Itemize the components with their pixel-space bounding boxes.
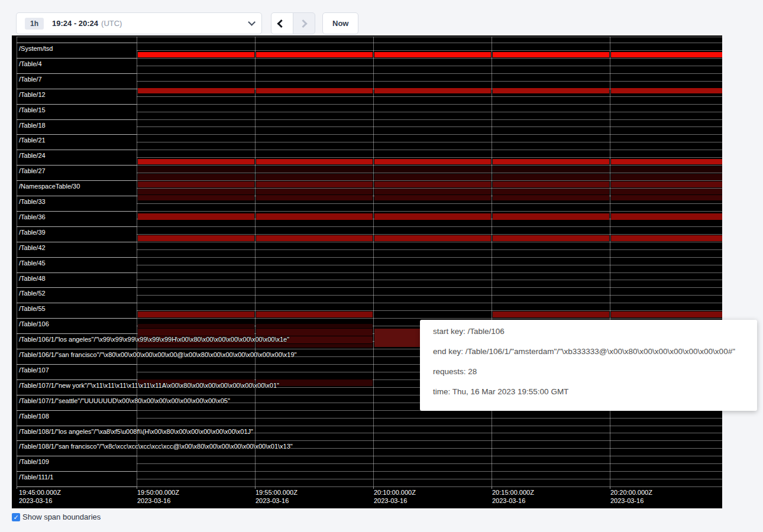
heatmap-band[interactable] [374,213,491,220]
x-axis-tick-time: 20:20:00.000Z [610,488,652,497]
chevron-left-icon [277,19,286,27]
span-boundary-line [137,134,722,135]
heatmap-band[interactable] [493,195,609,200]
heatmap-band[interactable] [374,88,491,93]
heatmap-band[interactable] [138,52,254,57]
time-range-select[interactable]: 1h 19:24 - 20:24 (UTC) [16,12,262,34]
heatmap-band[interactable] [138,213,254,220]
heatmap-band[interactable] [138,88,254,93]
heatmap-band[interactable] [374,174,491,180]
time-gridline [255,37,256,486]
heatmap-band[interactable] [374,52,491,57]
heatmap-band[interactable] [374,159,491,164]
span-boundary-line [17,89,137,89]
row-label: /Table/27 [19,167,46,174]
show-span-boundaries-checkbox[interactable]: ✓ [12,513,20,521]
heatmap-band[interactable] [611,174,722,180]
span-boundary-line [17,119,137,120]
heatmap-band[interactable] [493,181,609,187]
span-boundary-line [17,180,137,181]
heatmap-band[interactable] [138,329,254,336]
span-boundary-line [137,303,722,303]
span-boundary-line [17,73,137,74]
heatmap-band[interactable] [374,195,491,200]
heatmap-band[interactable] [138,195,254,200]
span-boundary-line [17,333,137,334]
heatmap-band[interactable] [611,189,722,194]
heatmap-band[interactable] [374,181,491,187]
span-boundary-line [17,165,137,166]
next-time-button[interactable] [293,12,315,34]
heatmap-band[interactable] [138,324,254,328]
prev-time-button[interactable] [271,12,293,34]
span-boundary-line [137,456,722,456]
heatmap-band[interactable] [256,213,373,220]
heatmap-band[interactable] [493,312,609,317]
heatmap-band[interactable] [256,181,373,187]
heatmap-band[interactable] [256,344,373,348]
heatmap-band[interactable] [493,213,609,220]
heatmap-band[interactable] [138,174,254,180]
heatmap-band[interactable] [138,159,254,164]
span-boundary-line [137,471,722,472]
heatmap-band[interactable] [256,195,373,200]
heatmap-band[interactable] [611,312,722,317]
row-label: /Table/45 [19,259,46,267]
row-label: /Table/108/1/"los angeles"/"\xa8\xf5\u00… [19,428,253,435]
row-label: /Table/108 [19,413,49,420]
heatmap-band[interactable] [493,174,609,180]
row-label: /Table/106/1/"san francisco"/"\x80\x00\x… [19,351,297,358]
span-boundary-line [137,318,722,319]
heatmap-band[interactable] [493,159,609,164]
heatmap-band[interactable] [138,344,254,348]
heatmap-band[interactable] [256,159,373,164]
chevron-right-icon [299,19,308,27]
span-boundary-line [137,486,722,487]
span-boundary-line [137,157,722,158]
heatmap-band[interactable] [611,195,722,200]
heatmap-band[interactable] [256,52,373,57]
span-boundary-line [17,410,137,411]
heatmap-band[interactable] [611,159,722,164]
now-button[interactable]: Now [322,12,358,34]
heatmap-band[interactable] [138,166,254,173]
keyspace-heatmap[interactable]: /System/tsd/Table/4/Table/7/Table/12/Tab… [12,35,722,508]
heatmap-band[interactable] [611,235,722,241]
span-boundary-line [137,265,722,265]
heatmap-band[interactable] [138,235,254,241]
x-axis-tick-date: 2023-03-16 [374,497,416,505]
heatmap-band[interactable] [611,52,722,57]
heatmap-band[interactable] [256,312,373,317]
heatmap-band[interactable] [493,235,609,241]
heatmap-band[interactable] [138,181,254,187]
heatmap-band[interactable] [256,189,373,194]
heatmap-band[interactable] [374,189,491,194]
heatmap-band[interactable] [138,189,254,194]
row-label: /Table/107 [19,366,49,374]
heatmap-band[interactable] [138,312,254,317]
heatmap-band[interactable] [611,166,722,173]
heatmap-band[interactable] [493,166,609,173]
heatmap-band[interactable] [256,174,373,180]
heatmap-band[interactable] [611,181,722,187]
heatmap-band[interactable] [493,52,609,57]
span-boundary-line [17,486,137,487]
heatmap-band[interactable] [611,88,722,93]
heatmap-band[interactable] [256,329,373,336]
heatmap-band[interactable] [374,166,491,173]
span-boundary-line [17,37,722,37]
heatmap-band[interactable] [374,329,420,347]
heatmap-band[interactable] [493,88,609,93]
time-gridline [610,37,610,486]
heatmap-band[interactable] [256,235,373,241]
time-gridline [137,37,137,486]
span-boundary-line [17,456,137,456]
heatmap-band[interactable] [256,88,373,93]
span-boundary-line [137,463,722,464]
heatmap-band[interactable] [493,189,609,194]
heatmap-band[interactable] [611,213,722,220]
show-span-boundaries-label[interactable]: Show span boundaries [22,512,101,521]
heatmap-band[interactable] [374,235,491,241]
heatmap-band[interactable] [256,324,373,328]
heatmap-band[interactable] [256,166,373,173]
